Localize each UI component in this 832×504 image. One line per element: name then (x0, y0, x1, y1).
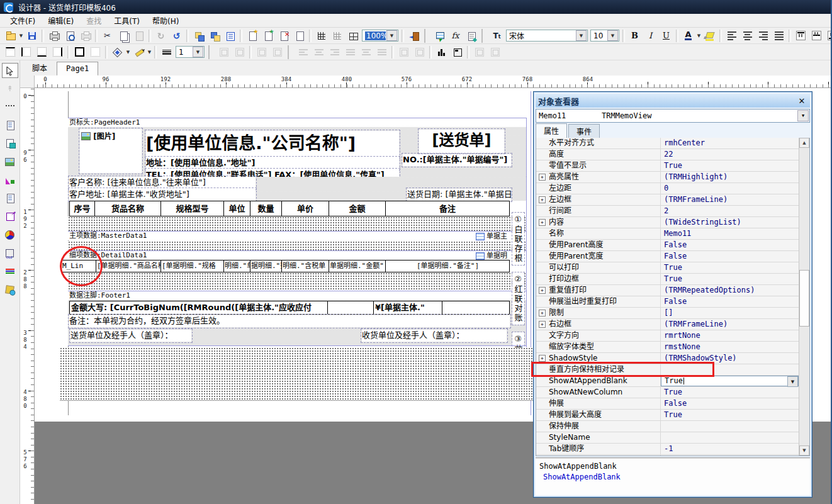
property-row[interactable]: + 高亮属性 (TRMHighlight) ▼ (536, 172, 799, 183)
font-color-button[interactable]: A (680, 28, 696, 43)
property-row[interactable]: + 重复值打印 (TRMRepeatedOptions) ▼ (536, 285, 799, 296)
cut-button[interactable]: ✂ (99, 28, 115, 43)
print-button[interactable] (46, 28, 62, 43)
frame-bottom-button[interactable] (34, 45, 50, 60)
object-3d-tool[interactable] (2, 282, 18, 297)
expand-icon[interactable]: + (539, 310, 546, 316)
frame-left-button[interactable] (18, 45, 34, 60)
property-value[interactable]: False (661, 296, 799, 307)
subreport-tool[interactable] (2, 209, 18, 224)
property-value[interactable]: False (661, 240, 799, 250)
richtext-tool[interactable] (2, 191, 18, 206)
color-lines-tool[interactable] (2, 264, 18, 279)
doc-no-memo[interactable]: NO.:[单据主体."单据编号"] (403, 154, 511, 166)
calc-memo-tool[interactable] (2, 136, 18, 151)
chart-tool[interactable] (2, 227, 18, 242)
property-row[interactable]: + 缩放字体类型 rmstNone ▼ (536, 342, 799, 353)
open-dropdown-icon[interactable]: ▼ (18, 29, 24, 43)
table-header-cell[interactable]: 规格型号 (161, 201, 224, 216)
property-row[interactable]: + 伸展 False ▼ (536, 398, 799, 410)
amount-blank-cell-1[interactable] (328, 301, 374, 314)
line-color-dropdown-icon[interactable]: ▼ (147, 45, 152, 59)
fill-color-dropdown-icon[interactable]: ▼ (125, 45, 131, 59)
scroll-down-icon[interactable]: ▼ (799, 445, 809, 456)
fill-color-button[interactable] (110, 45, 125, 60)
remark-memo[interactable]: 备注：本单视为合约，经双方签章后生效。 (69, 315, 510, 327)
table-header-cell[interactable]: 单价 (282, 201, 329, 216)
band-tool[interactable] (2, 99, 18, 115)
hint-property-link[interactable]: ShowAtAppendBlank (539, 472, 806, 483)
customer-name-memo[interactable]: 客户名称: [往来单位信息."往来单位"] (69, 177, 256, 189)
close-designer-button[interactable] (406, 28, 422, 43)
property-value[interactable]: (TRMRepeatedOptions) (661, 285, 799, 296)
align-justify-button[interactable] (771, 28, 787, 43)
property-value[interactable]: True (661, 274, 799, 284)
valign-middle-button[interactable] (809, 28, 824, 43)
zoom-select[interactable]: 100%▼ (362, 30, 398, 42)
inspector-titlebar[interactable]: 对象查看器 ✕ (536, 94, 810, 108)
expand-icon[interactable]: + (539, 321, 546, 328)
table-header-cell[interactable]: 金额 (329, 201, 386, 216)
company-name-memo[interactable]: [使用单位信息."公司名称"] (146, 131, 399, 157)
band-masterdata[interactable]: 主项数据:MasterData1 单据主 (68, 231, 526, 240)
property-value[interactable]: True (661, 160, 799, 171)
table-header-cell[interactable]: 单位 (224, 201, 250, 216)
underline-button[interactable]: U (658, 28, 674, 43)
tab-page1[interactable]: Page1 (57, 62, 98, 76)
picture-tool[interactable] (2, 154, 18, 169)
copy-label[interactable]: ①白联存根 (512, 213, 524, 265)
property-value[interactable]: rmstNone (661, 342, 799, 352)
expand-icon[interactable]: + (539, 219, 546, 226)
customer-addr-memo[interactable]: 客户地址: [单据主体."收货地址"] (69, 189, 256, 201)
property-value[interactable]: False (661, 398, 799, 409)
inspector-scrollbar[interactable]: ▲ ▼ (799, 138, 809, 456)
amount-blank-cell-2[interactable] (442, 301, 509, 314)
expand-icon[interactable]: + (539, 287, 546, 294)
copy-label[interactable]: ②红联对账 (512, 272, 524, 325)
property-row[interactable]: + ShowAtAppendBlank True ▼ (536, 376, 799, 387)
valign-bottom-button[interactable] (824, 28, 832, 43)
show-grid-button[interactable] (313, 28, 329, 43)
frame-none-button[interactable] (87, 45, 103, 60)
property-value[interactable]: [] (661, 308, 799, 318)
table-header-cell[interactable]: 序号 (70, 201, 95, 216)
property-row[interactable]: + 行间距 2 ▼ (536, 206, 799, 217)
band-pageheader[interactable]: 页标头:PageHeader1 (68, 118, 526, 127)
property-row[interactable]: + 可以打印 True ▼ (536, 262, 799, 274)
expand-icon[interactable]: + (539, 196, 546, 203)
property-value[interactable]: True (661, 410, 799, 420)
align-right-button[interactable] (755, 28, 771, 43)
sign-right-memo[interactable]: 收货单位及经手人（盖章）： (362, 330, 507, 342)
object-dropdown-icon[interactable]: ▼ (797, 110, 809, 121)
property-row[interactable]: + 纯文字 False ▼ (536, 455, 799, 456)
new-page-button[interactable] (260, 28, 276, 43)
scroll-thumb[interactable] (799, 270, 809, 327)
tab-properties[interactable]: 属性 (536, 123, 567, 138)
table-header-cell[interactable]: 备注 (386, 201, 509, 216)
property-row[interactable]: + 左边框 (TRMFrameLine) ▼ (536, 194, 799, 206)
detail-row[interactable]: M_Lin[单据明细."商品名称[单据明细."规格明细."单据明细."数量明细.… (61, 260, 510, 272)
font-style-button[interactable]: Tt (489, 28, 505, 43)
snap-to-grid-button[interactable] (329, 28, 345, 43)
select-tool[interactable] (2, 63, 18, 78)
property-value[interactable]: (TWideStringList) (661, 217, 799, 228)
property-row[interactable]: + 限制 [] ▼ (536, 308, 799, 319)
font-name-select[interactable]: 宋体▼ (506, 30, 588, 42)
detail-cell[interactable]: 明细."含税单 (282, 260, 329, 272)
property-value[interactable]: 22 (661, 149, 799, 160)
undo-button[interactable]: ↺ (169, 28, 184, 43)
band-footer[interactable]: 数据注脚:Footer1 (68, 291, 526, 300)
valign-top-button[interactable] (793, 28, 809, 43)
insert-field-button[interactable] (432, 28, 447, 43)
menu-item[interactable]: 编辑(E) (42, 14, 80, 27)
property-row[interactable]: + 高度 22 ▼ (536, 149, 799, 160)
band-bars-button[interactable] (434, 45, 449, 60)
memo-tool[interactable] (2, 118, 18, 133)
delete-page-button[interactable] (276, 28, 291, 43)
close-icon[interactable]: ✕ (796, 96, 807, 106)
italic-button[interactable]: I (643, 28, 658, 43)
property-value[interactable]: rmhCenter (661, 138, 799, 148)
detail-cell[interactable]: [单据明细."备注"] (386, 260, 509, 272)
property-row[interactable]: + Tab键顺序 -1 ▼ (536, 444, 799, 455)
tab-script[interactable]: 脚本 (23, 60, 57, 76)
